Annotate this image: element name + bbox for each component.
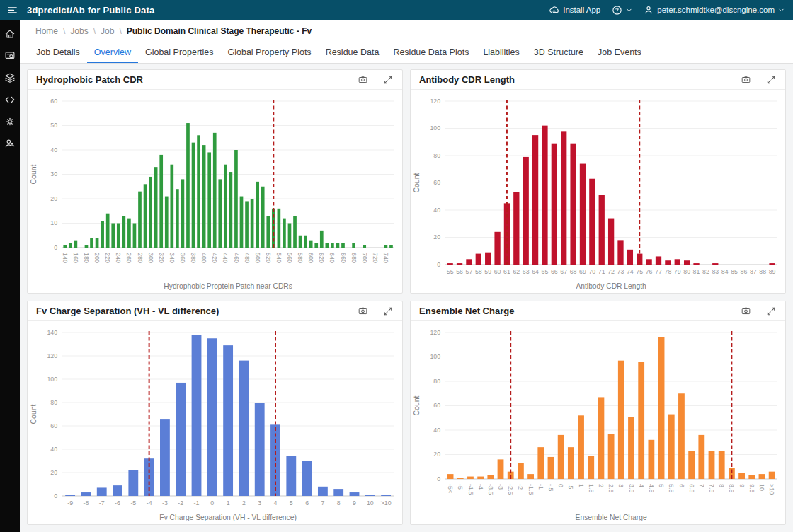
bar[interactable] bbox=[599, 195, 605, 265]
bar[interactable] bbox=[498, 459, 504, 479]
bar[interactable] bbox=[256, 182, 259, 248]
bar[interactable] bbox=[266, 216, 270, 248]
bar[interactable] bbox=[293, 216, 297, 248]
bar[interactable] bbox=[144, 184, 147, 248]
bar[interactable] bbox=[74, 241, 78, 248]
expand-plot-button[interactable] bbox=[765, 305, 777, 317]
bar[interactable] bbox=[638, 362, 644, 479]
bar[interactable] bbox=[698, 435, 704, 479]
bar[interactable] bbox=[101, 221, 104, 248]
histogram-antibody-cdr-length[interactable]: 0204060801001205556575859606162636465666… bbox=[411, 90, 785, 293]
tab-overview[interactable]: Overview bbox=[87, 42, 138, 63]
sidebar-item-home[interactable] bbox=[1, 25, 18, 42]
bar[interactable] bbox=[709, 451, 715, 479]
bar[interactable] bbox=[111, 224, 115, 248]
bar[interactable] bbox=[467, 477, 474, 479]
bar[interactable] bbox=[561, 131, 566, 265]
bar[interactable] bbox=[608, 434, 615, 479]
bar[interactable] bbox=[325, 243, 329, 248]
bar[interactable] bbox=[261, 187, 265, 248]
bar[interactable] bbox=[580, 164, 586, 265]
bar[interactable] bbox=[207, 338, 217, 496]
bar[interactable] bbox=[213, 133, 217, 248]
bar[interactable] bbox=[218, 179, 222, 248]
bar[interactable] bbox=[363, 245, 366, 248]
bar[interactable] bbox=[138, 192, 142, 248]
bar[interactable] bbox=[341, 243, 345, 248]
histogram-ensemble-net-charge[interactable]: 020406080100120-5<-5-4.5-4-3.5-3-2.5-2-1… bbox=[411, 321, 785, 524]
bar[interactable] bbox=[90, 238, 93, 248]
bar[interactable] bbox=[186, 123, 190, 248]
bar[interactable] bbox=[318, 487, 328, 496]
breadcrumb-home[interactable]: Home bbox=[35, 26, 58, 36]
bar[interactable] bbox=[97, 487, 107, 496]
sidebar-item-settings[interactable] bbox=[1, 112, 18, 130]
bar[interactable] bbox=[159, 155, 163, 248]
bar[interactable] bbox=[320, 231, 324, 248]
bar[interactable] bbox=[477, 477, 484, 479]
bar[interactable] bbox=[127, 219, 131, 248]
bar[interactable] bbox=[447, 474, 454, 479]
bar[interactable] bbox=[63, 245, 67, 248]
bar[interactable] bbox=[223, 345, 233, 496]
bar[interactable] bbox=[133, 224, 137, 248]
bar[interactable] bbox=[618, 361, 624, 479]
bar[interactable] bbox=[170, 165, 173, 248]
bar[interactable] bbox=[675, 259, 680, 265]
histogram-fv-charge-separation[interactable]: 020406080100120140-9-8-7-6-5-4-3-2-10123… bbox=[28, 321, 402, 524]
bar[interactable] bbox=[154, 167, 158, 248]
bar[interactable] bbox=[81, 492, 91, 496]
bar[interactable] bbox=[181, 179, 185, 248]
bar[interactable] bbox=[628, 417, 634, 479]
bar[interactable] bbox=[352, 243, 355, 248]
bar[interactable] bbox=[286, 456, 296, 496]
bar[interactable] bbox=[738, 473, 745, 479]
tab-global-properties[interactable]: Global Properties bbox=[138, 42, 221, 63]
bar[interactable] bbox=[617, 240, 623, 265]
bar[interactable] bbox=[684, 260, 690, 265]
bar[interactable] bbox=[365, 495, 375, 496]
expand-plot-button[interactable] bbox=[765, 74, 777, 86]
sidebar-item-layers[interactable] bbox=[1, 69, 18, 86]
bar[interactable] bbox=[309, 241, 313, 248]
bar[interactable] bbox=[693, 263, 699, 265]
bar[interactable] bbox=[523, 157, 529, 265]
bar[interactable] bbox=[678, 393, 685, 479]
bar[interactable] bbox=[149, 177, 152, 248]
bar[interactable] bbox=[769, 263, 775, 265]
tab-job-events[interactable]: Job Events bbox=[591, 42, 649, 63]
bar[interactable] bbox=[106, 214, 110, 248]
bar[interactable] bbox=[240, 197, 244, 248]
bar[interactable] bbox=[288, 224, 292, 248]
bar[interactable] bbox=[494, 232, 500, 265]
account-menu-button[interactable]: peter.schmidtke@discngine.com bbox=[644, 5, 785, 15]
bar[interactable] bbox=[224, 165, 227, 248]
bar[interactable] bbox=[598, 397, 605, 479]
bar[interactable] bbox=[558, 435, 564, 479]
bar[interactable] bbox=[537, 447, 544, 479]
bar[interactable] bbox=[568, 447, 574, 479]
bar[interactable] bbox=[234, 150, 238, 248]
bar[interactable] bbox=[381, 495, 391, 496]
download-plot-button[interactable] bbox=[357, 305, 369, 317]
bar[interactable] bbox=[527, 474, 534, 479]
download-plot-button[interactable] bbox=[357, 74, 369, 86]
sidebar-toggle-button[interactable] bbox=[6, 4, 18, 16]
bar[interactable] bbox=[160, 419, 170, 496]
bar[interactable] bbox=[748, 475, 755, 479]
bar[interactable] bbox=[176, 189, 179, 248]
bar[interactable] bbox=[769, 472, 775, 479]
bar[interactable] bbox=[578, 415, 584, 479]
tab-job-details[interactable]: Job Details bbox=[29, 42, 87, 63]
bar[interactable] bbox=[229, 172, 233, 248]
bar[interactable] bbox=[668, 415, 675, 479]
bar[interactable] bbox=[128, 470, 138, 496]
install-app-button[interactable]: Install App bbox=[549, 5, 600, 16]
bar[interactable] bbox=[122, 216, 125, 248]
tab-global-property-plots[interactable]: Global Property Plots bbox=[221, 42, 319, 63]
bar[interactable] bbox=[608, 219, 614, 265]
sidebar-item-job-search[interactable] bbox=[1, 47, 18, 64]
sidebar-item-user-admin[interactable] bbox=[1, 134, 18, 152]
bar[interactable] bbox=[331, 243, 334, 248]
bar[interactable] bbox=[457, 263, 462, 265]
